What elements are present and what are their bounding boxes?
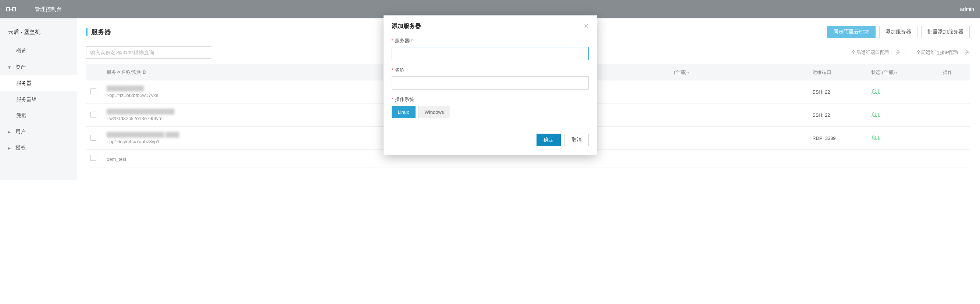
row-checkbox[interactable] bbox=[91, 155, 96, 161]
server-name-input[interactable] bbox=[391, 76, 589, 90]
sidebar-item-overview[interactable]: 概览 bbox=[0, 43, 77, 59]
server-name-blurred: █████████████████ ████ bbox=[107, 132, 179, 137]
port-cell bbox=[808, 150, 867, 168]
modal-title: 添加服务器 bbox=[391, 22, 421, 30]
header-ops: 操作 bbox=[926, 64, 970, 81]
field-label-name: *名称 bbox=[391, 67, 589, 73]
port-cell: RDP: 3389 bbox=[808, 127, 867, 150]
server-ip-input[interactable] bbox=[391, 47, 589, 60]
required-indicator: * bbox=[391, 67, 393, 73]
required-indicator: * bbox=[391, 38, 393, 43]
field-label-server-ip: *服务器IP bbox=[391, 38, 589, 44]
chevron-down-icon: ▾ bbox=[896, 71, 897, 74]
ok-button[interactable]: 确定 bbox=[536, 134, 561, 146]
add-server-button[interactable]: 添加服务器 bbox=[879, 26, 918, 38]
chevron-down-icon: ▾ bbox=[687, 71, 689, 74]
sidebar-item-label: 概览 bbox=[16, 48, 27, 54]
port-cell: SSH: 22 bbox=[808, 103, 867, 127]
row-checkbox[interactable] bbox=[91, 112, 96, 117]
sidebar-item-users[interactable]: ▸用户 bbox=[0, 124, 77, 140]
svg-rect-1 bbox=[13, 7, 16, 11]
sidebar-item-label: 服务器 bbox=[16, 80, 32, 87]
page-title: 服务器 bbox=[91, 27, 111, 36]
sidebar-item-label: 授权 bbox=[16, 145, 26, 151]
status-cell: 启用 bbox=[871, 112, 881, 117]
required-indicator: * bbox=[391, 97, 393, 102]
sidebar-item-authorize[interactable]: ▸授权 bbox=[0, 140, 77, 156]
os-segmented: Linux Windows bbox=[391, 106, 589, 118]
caret-down-icon: ▾ bbox=[8, 64, 13, 70]
status-cell: 启用 bbox=[871, 89, 881, 94]
add-server-modal: 添加服务器 × *服务器IP *名称 *操作系统 Linux Windows bbox=[383, 16, 597, 155]
sidebar-item-server-groups[interactable]: 服务器组 bbox=[0, 92, 77, 108]
app-title: 管理控制台 bbox=[35, 6, 62, 13]
caret-right-icon: ▸ bbox=[8, 129, 13, 135]
header-checkbox[interactable] bbox=[86, 64, 102, 81]
config-value: 关 bbox=[965, 49, 970, 55]
search-input[interactable] bbox=[86, 46, 211, 59]
sidebar-item-label: 凭据 bbox=[16, 112, 27, 119]
separator: | bbox=[904, 49, 906, 55]
sync-ecs-button[interactable]: 同步阿里云ECS bbox=[827, 26, 875, 38]
sidebar-item-credentials[interactable]: 凭据 bbox=[0, 108, 77, 124]
config-label: 全局运维端口配置： bbox=[851, 49, 894, 55]
field-label-os: *操作系统 bbox=[391, 96, 589, 103]
row-checkbox[interactable] bbox=[91, 89, 96, 94]
batch-add-server-button[interactable]: 批量添加服务器 bbox=[921, 26, 970, 38]
cancel-button[interactable]: 取消 bbox=[565, 134, 589, 146]
title-accent-bar bbox=[86, 28, 88, 36]
product-name: 云盾 · 堡垒机 bbox=[0, 22, 77, 43]
server-name-blurred: ████████████████████ bbox=[107, 109, 174, 114]
row-checkbox[interactable] bbox=[91, 135, 96, 141]
header-region[interactable]: (全部)▾ bbox=[669, 64, 808, 81]
port-cell: SSH: 22 bbox=[808, 81, 867, 103]
svg-rect-2 bbox=[10, 9, 12, 10]
instance-id: oem_test bbox=[107, 157, 564, 162]
sidebar: 云盾 · 堡垒机 概览 ▾资产 服务器 服务器组 凭据 ▸用户 ▸授权 bbox=[0, 18, 77, 180]
close-icon[interactable]: × bbox=[584, 22, 589, 30]
os-option-windows[interactable]: Windows bbox=[418, 106, 450, 118]
current-user[interactable]: admin bbox=[960, 6, 974, 12]
svg-rect-0 bbox=[6, 7, 10, 11]
os-option-linux[interactable]: Linux bbox=[391, 106, 415, 118]
sidebar-item-assets[interactable]: ▾资产 bbox=[0, 59, 77, 75]
header-blank bbox=[619, 64, 670, 81]
global-port-config[interactable]: 全局运维端口配置：关 bbox=[851, 49, 900, 56]
config-label: 全局运维连接IP配置： bbox=[916, 49, 964, 55]
sidebar-item-label: 资产 bbox=[16, 64, 26, 71]
status-cell: 启用 bbox=[871, 135, 881, 141]
sidebar-item-label: 服务器组 bbox=[16, 96, 37, 103]
logo-icon bbox=[6, 4, 16, 14]
global-ip-config[interactable]: 全局运维连接IP配置：关 bbox=[916, 49, 970, 56]
header-status[interactable]: 状态 (全部)▾ bbox=[867, 64, 926, 81]
header-port[interactable]: 运维端口 bbox=[808, 64, 867, 81]
caret-right-icon: ▸ bbox=[8, 145, 13, 151]
config-value: 关 bbox=[896, 49, 900, 55]
sidebar-item-servers[interactable]: 服务器 bbox=[0, 75, 77, 92]
server-name-blurred: ███████████ bbox=[107, 86, 144, 91]
sidebar-item-label: 用户 bbox=[16, 128, 26, 135]
